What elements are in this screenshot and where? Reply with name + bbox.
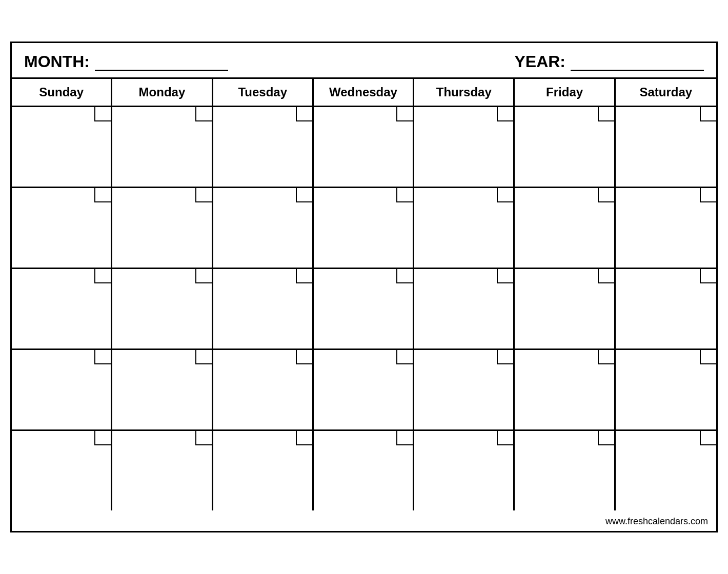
cell-r2-sun — [12, 188, 112, 268]
year-underline — [571, 57, 704, 71]
day-header-friday: Friday — [515, 79, 615, 106]
cell-r1-sun — [12, 107, 112, 187]
cell-r1-wed — [314, 107, 414, 187]
cell-r1-fri — [515, 107, 615, 187]
date-box — [598, 188, 614, 202]
date-box — [700, 188, 716, 202]
cell-r4-sun — [12, 350, 112, 429]
cell-r4-thu — [414, 350, 515, 429]
calendar-footer: www.freshcalendars.com — [12, 512, 716, 531]
cell-r5-sun — [12, 431, 112, 510]
date-box — [700, 269, 716, 283]
date-box — [296, 350, 312, 364]
date-box — [598, 107, 614, 121]
day-header-thursday: Thursday — [414, 79, 515, 106]
cell-r3-sat — [616, 269, 716, 348]
day-header-tuesday: Tuesday — [213, 79, 314, 106]
date-box — [497, 350, 513, 364]
day-header-sunday: Sunday — [12, 79, 112, 106]
month-underline — [95, 57, 228, 71]
date-box — [94, 269, 111, 283]
date-box — [396, 431, 413, 445]
date-box — [396, 107, 413, 121]
calendar-row-4 — [12, 350, 716, 431]
date-box — [497, 431, 513, 445]
calendar: MONTH: YEAR: Sunday Monday Tuesday Wedne… — [10, 42, 718, 532]
date-box — [94, 188, 111, 202]
calendar-grid — [12, 107, 716, 512]
cell-r4-mon — [112, 350, 213, 429]
cell-r2-fri — [515, 188, 615, 268]
calendar-row-5 — [12, 431, 716, 512]
cell-r3-thu — [414, 269, 515, 348]
day-headers-row: Sunday Monday Tuesday Wednesday Thursday… — [12, 79, 716, 107]
cell-r4-tue — [213, 350, 314, 429]
date-box — [94, 431, 111, 445]
cell-r5-fri — [515, 431, 615, 510]
date-box — [195, 188, 212, 202]
cell-r3-wed — [314, 269, 414, 348]
date-box — [700, 107, 716, 121]
cell-r4-fri — [515, 350, 615, 429]
date-box — [396, 350, 413, 364]
cell-r5-wed — [314, 431, 414, 510]
cell-r5-thu — [414, 431, 515, 510]
month-field: MONTH: — [24, 52, 228, 71]
date-box — [195, 431, 212, 445]
calendar-row-3 — [12, 269, 716, 350]
cell-r4-wed — [314, 350, 414, 429]
date-box — [296, 107, 312, 121]
cell-r1-mon — [112, 107, 213, 187]
date-box — [598, 350, 614, 364]
date-box — [296, 431, 312, 445]
date-box — [296, 188, 312, 202]
calendar-row-1 — [12, 107, 716, 188]
date-box — [598, 431, 614, 445]
cell-r5-tue — [213, 431, 314, 510]
date-box — [396, 269, 413, 283]
cell-r3-mon — [112, 269, 213, 348]
cell-r1-sat — [616, 107, 716, 187]
calendar-row-2 — [12, 188, 716, 269]
date-box — [598, 269, 614, 283]
cell-r1-thu — [414, 107, 515, 187]
day-header-monday: Monday — [112, 79, 213, 106]
cell-r3-sun — [12, 269, 112, 348]
date-box — [195, 269, 212, 283]
cell-r2-wed — [314, 188, 414, 268]
cell-r1-tue — [213, 107, 314, 187]
date-box — [497, 269, 513, 283]
cell-r4-sat — [616, 350, 716, 429]
day-header-saturday: Saturday — [616, 79, 716, 106]
cell-r2-tue — [213, 188, 314, 268]
calendar-header: MONTH: YEAR: — [12, 43, 716, 79]
cell-r3-fri — [515, 269, 615, 348]
month-label: MONTH: — [24, 52, 90, 71]
date-box — [195, 350, 212, 364]
date-box — [94, 107, 111, 121]
date-box — [296, 269, 312, 283]
date-box — [497, 107, 513, 121]
year-label: YEAR: — [514, 52, 565, 71]
cell-r2-thu — [414, 188, 515, 268]
date-box — [700, 350, 716, 364]
year-field: YEAR: — [514, 52, 704, 71]
cell-r5-sat — [616, 431, 716, 510]
cell-r2-sat — [616, 188, 716, 268]
footer-url: www.freshcalendars.com — [605, 516, 708, 526]
cell-r2-mon — [112, 188, 213, 268]
date-box — [94, 350, 111, 364]
day-header-wednesday: Wednesday — [314, 79, 414, 106]
cell-r3-tue — [213, 269, 314, 348]
date-box — [396, 188, 413, 202]
date-box — [497, 188, 513, 202]
date-box — [195, 107, 212, 121]
cell-r5-mon — [112, 431, 213, 510]
date-box — [700, 431, 716, 445]
